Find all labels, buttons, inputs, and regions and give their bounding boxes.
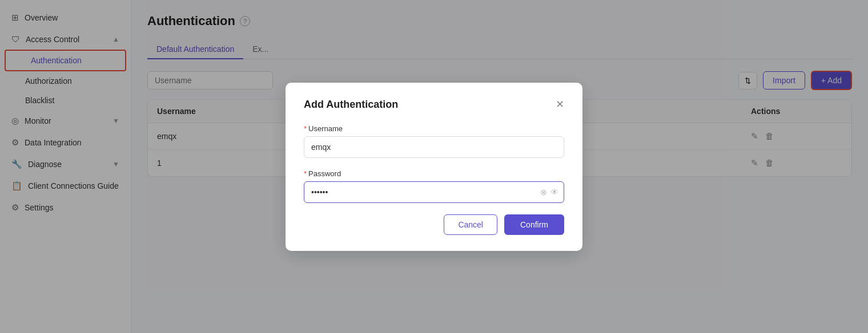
confirm-button[interactable]: Confirm: [504, 214, 564, 235]
password-field-group: * Password ⊗ 👁: [304, 169, 564, 203]
username-input[interactable]: [304, 136, 564, 158]
username-required-mark: *: [304, 124, 307, 133]
password-wrapper: ⊗ 👁: [304, 181, 564, 203]
clear-password-icon[interactable]: ⊗: [540, 188, 547, 197]
cancel-button[interactable]: Cancel: [444, 214, 497, 235]
username-label: * Username: [304, 124, 564, 133]
password-required-mark: *: [304, 169, 307, 178]
modal-title: Add Authentication: [304, 99, 398, 111]
password-input[interactable]: [304, 181, 564, 203]
add-authentication-modal: Add Authentication ✕ * Username * Passwo…: [286, 83, 582, 251]
modal-overlay: Add Authentication ✕ * Username * Passwo…: [0, 0, 868, 333]
password-label: * Password: [304, 169, 564, 178]
modal-header: Add Authentication ✕: [304, 99, 564, 111]
modal-footer: Cancel Confirm: [304, 214, 564, 235]
password-icons: ⊗ 👁: [540, 188, 558, 197]
username-field-group: * Username: [304, 124, 564, 158]
modal-close-button[interactable]: ✕: [556, 99, 564, 109]
toggle-password-icon[interactable]: 👁: [550, 188, 558, 197]
